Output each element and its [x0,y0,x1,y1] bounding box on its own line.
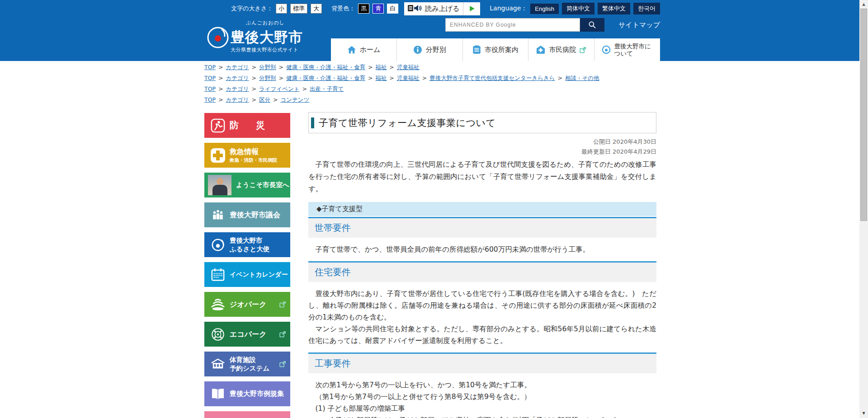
breadcrumb-link[interactable]: TOP [204,64,216,70]
nav-item-city-hall[interactable]: 市役所案内 [462,38,528,61]
sidebar-item-emergency-info[interactable]: 救急情報 救急・消防・市民病院 [204,143,290,168]
breadcrumb-separator: > [366,75,374,81]
breadcrumb-row: TOP > カテゴリ > 区分 > コンテンツ [204,95,656,106]
nav-item-home[interactable]: ホーム [331,38,396,61]
breadcrumb-separator: > [277,75,285,81]
external-link-icon [279,361,286,369]
sidebar-item-mayor-office[interactable]: ようこそ市長室へ [204,173,290,197]
sitemap-link[interactable]: サイトマップ [618,21,660,29]
read-aloud-play-button[interactable] [463,2,480,15]
breadcrumb-row: TOP > カテゴリ > ライフイベント > 出産・子育て [204,85,656,95]
language-korean-button[interactable]: 한국어 [633,3,660,14]
breadcrumb-link[interactable]: 相談・その他 [565,75,599,81]
nav-item-city-hospital[interactable]: 市民病院 [528,38,594,61]
bg-white-button[interactable]: 白 [387,4,398,14]
breadcrumb-link[interactable]: ライフイベント [259,85,300,92]
breadcrumb-separator: > [250,96,258,103]
breadcrumb-link[interactable]: カテゴリ [226,85,249,92]
section-heading-construction: 工事要件 [308,352,656,373]
city-swirl-icon [210,238,226,252]
emergency-cross-icon [210,148,226,163]
breadcrumb-link[interactable]: コンテンツ [280,96,309,103]
sidebar-item-geopark[interactable]: ジオパーク [204,292,290,317]
breadcrumb-row: TOP > カテゴリ > 分野別 > 健康・医療・介護・福祉・食育 > 福祉 >… [204,74,656,85]
header: 文字の大きさ： 小 標準 大 背景色： 黒 青 白 読み上げる Language… [0,0,859,61]
breadcrumb-link[interactable]: TOP [204,75,216,81]
updated-date: 最終更新日 2020年4月29日 [308,147,656,157]
breadcrumb-link[interactable]: 福祉 [375,64,387,70]
article-title-box: 子育て世帯リフォーム支援事業について [308,112,656,133]
scrollbar[interactable]: ▲ ▼ [859,0,868,418]
breadcrumb-link[interactable]: 児童福祉 [397,64,420,70]
sidebar-item-hometown-ambassador[interactable]: 豊後大野市 ふるさと大使 [204,232,290,257]
font-size-label: 文字の大きさ： [231,5,273,13]
page-title: 子育て世帯リフォーム支援事業について [319,117,495,129]
font-size-large-button[interactable]: 大 [311,4,322,14]
scrollbar-up-arrow[interactable]: ▲ [859,0,868,8]
font-size-small-button[interactable]: 小 [276,4,287,14]
search-button[interactable] [580,18,604,32]
font-size-medium-button[interactable]: 標準 [290,4,307,14]
search-input[interactable] [445,18,580,32]
language-english-button[interactable]: English [530,4,559,14]
sidebar-item-emergency-sub: 救急・消防・市民病院 [230,157,277,164]
breadcrumb-link[interactable]: 健康・医療・介護・福祉・食育 [286,64,365,70]
nav-item-category[interactable]: 分野別 [396,38,462,61]
breadcrumb-link[interactable]: 分野別 [259,75,276,81]
language-label: Language： [490,5,527,13]
nav-item-about-city[interactable]: 豊後大野市について [594,38,660,61]
read-aloud-widget[interactable]: 読み上げる [404,2,480,15]
section-body-housing: 豊後大野市内にあり、子育て世帯が居住している住宅で行う工事(既存住宅を購入する場… [308,288,656,347]
site-logo[interactable]: ぶんごおおのし 豊後大野市 大分県豊後大野市公式サイト [204,19,308,57]
breadcrumb-link[interactable]: TOP [204,85,216,92]
scrollbar-down-arrow[interactable]: ▼ [859,409,868,417]
building-icon [472,45,481,54]
speaker-icon [414,5,422,13]
breadcrumb-separator: > [271,96,279,103]
breadcrumb-separator: > [366,64,374,70]
site-name-furigana: ぶんごおおのし [246,19,285,26]
sidebar-item-city-regulations[interactable]: 豊後大野市例規集 [204,381,290,406]
breadcrumb-link[interactable]: 出産・子育て [310,85,344,92]
language-traditional-chinese-button[interactable]: 繁体中文 [598,3,630,14]
breadcrumb-separator: > [277,64,285,70]
breadcrumb-link[interactable]: 豊後大野市子育て世代包括支援センターきらきら [429,75,555,81]
breadcrumb-separator: > [420,75,429,81]
breadcrumb-separator: > [301,85,309,92]
section-heading-household: 世帯要件 [308,217,656,238]
disaster-runner-icon [210,118,226,133]
council-icon [210,208,226,222]
breadcrumb-link[interactable]: カテゴリ [226,96,249,103]
sidebar-item-ecopark[interactable]: エコパーク [204,322,290,347]
site-name: 豊後大野市 [231,28,303,47]
bg-blue-button[interactable]: 青 [373,4,384,14]
sidebar: 防 災 救急情報 救急・消防・市民病院 ようこそ市長室へ 豊後大野市議会 [204,113,290,418]
top-utility-bar: 文字の大きさ： 小 標準 大 背景色： 黒 青 白 読み上げる Language… [199,2,660,15]
language-simplified-chinese-button[interactable]: 简体中文 [562,3,594,14]
breadcrumb-link[interactable]: カテゴリ [226,64,249,70]
breadcrumb-link[interactable]: カテゴリ [226,75,249,81]
breadcrumb-link[interactable]: 福祉 [375,75,387,81]
article-intro: 子育て世帯の住環境の向上、三世代同居による子育て及び世代間支援を図るため、子育て… [308,159,656,195]
sidebar-item-partial[interactable] [204,411,290,418]
sidebar-item-disaster[interactable]: 防 災 [204,113,290,138]
article-dates: 公開日 2020年4月30日 最終更新日 2020年4月29日 [308,137,656,157]
title-accent-bar [311,117,314,128]
sidebar-item-city-council[interactable]: 豊後大野市議会 [204,202,290,227]
breadcrumb-link[interactable]: 健康・医療・介護・福祉・食育 [286,75,365,81]
breadcrumb-link[interactable]: 児童福祉 [397,75,420,81]
external-link-icon [279,331,286,339]
bg-black-button[interactable]: 黒 [358,4,369,14]
mayor-photo [208,175,231,195]
breadcrumb-link[interactable]: 分野別 [259,64,276,70]
home-icon [347,45,356,54]
external-link-icon [279,301,286,310]
ecopark-icon [210,327,226,342]
sidebar-item-event-calendar[interactable]: イベントカレンダー [204,262,290,287]
scrollbar-thumb[interactable] [860,9,867,221]
sidebar-item-sports-facility-booking[interactable]: 体育施設 予約システム [204,352,290,376]
breadcrumb-link[interactable]: TOP [204,96,216,103]
breadcrumb-link[interactable]: 区分 [259,96,270,103]
page: 文字の大きさ： 小 標準 大 背景色： 黒 青 白 読み上げる Language… [0,0,868,418]
bg-color-label: 背景色： [331,5,355,13]
